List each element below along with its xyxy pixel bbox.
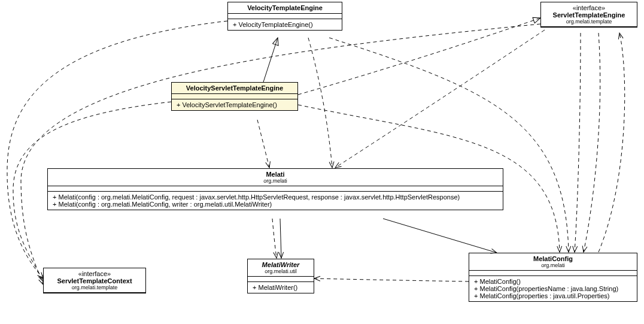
svg-line-0 bbox=[263, 38, 278, 82]
package: org.melati.util bbox=[253, 268, 309, 274]
class-name: VelocityServletTemplateEngine bbox=[186, 84, 283, 92]
class-name: MelatiWriter bbox=[262, 261, 300, 268]
constructor-3: + MelatiConfig(properties : java.util.Pr… bbox=[474, 292, 632, 299]
class-name: ServletTemplateContext bbox=[57, 277, 132, 284]
stereotype: «interface» bbox=[546, 4, 632, 11]
class-name: Melati bbox=[266, 171, 284, 178]
class-melati: Melati org.melati + Melati(config : org.… bbox=[47, 168, 503, 210]
constructor: + VelocityTemplateEngine() bbox=[228, 19, 342, 30]
class-melati-writer: MelatiWriter org.melati.util + MelatiWri… bbox=[247, 259, 314, 293]
interface-servlet-template-context: «interface» ServletTemplateContext org.m… bbox=[43, 268, 146, 293]
svg-line-1 bbox=[280, 219, 281, 258]
constructor-2: + Melati(config : org.melati.MelatiConfi… bbox=[53, 201, 498, 208]
svg-line-2 bbox=[383, 219, 497, 253]
class-name: VelocityTemplateEngine bbox=[247, 4, 323, 11]
stereotype: «interface» bbox=[48, 270, 141, 277]
uml-diagram: VelocityTemplateEngine + VelocityTemplat… bbox=[0, 0, 644, 324]
class-melati-config: MelatiConfig org.melati + MelatiConfig()… bbox=[469, 253, 637, 302]
constructor-1: + MelatiConfig() bbox=[474, 278, 632, 285]
class-name: MelatiConfig bbox=[533, 255, 573, 262]
package: org.melati.template bbox=[546, 19, 632, 25]
package: org.melati bbox=[53, 178, 498, 184]
interface-servlet-template-engine: «interface» ServletTemplateEngine org.me… bbox=[540, 2, 637, 28]
class-velocity-servlet-template-engine: VelocityServletTemplateEngine + Velocity… bbox=[171, 82, 298, 111]
package: org.melati bbox=[474, 262, 632, 268]
package: org.melati.template bbox=[48, 284, 141, 290]
class-velocity-template-engine: VelocityTemplateEngine + VelocityTemplat… bbox=[227, 2, 342, 31]
class-name: ServletTemplateEngine bbox=[553, 11, 625, 19]
constructor: + VelocityServletTemplateEngine() bbox=[172, 99, 297, 110]
constructor-1: + Melati(config : org.melati.MelatiConfi… bbox=[53, 193, 498, 201]
constructor: + MelatiWriter() bbox=[248, 282, 314, 293]
constructor-2: + MelatiConfig(propertiesName : java.lan… bbox=[474, 285, 632, 292]
